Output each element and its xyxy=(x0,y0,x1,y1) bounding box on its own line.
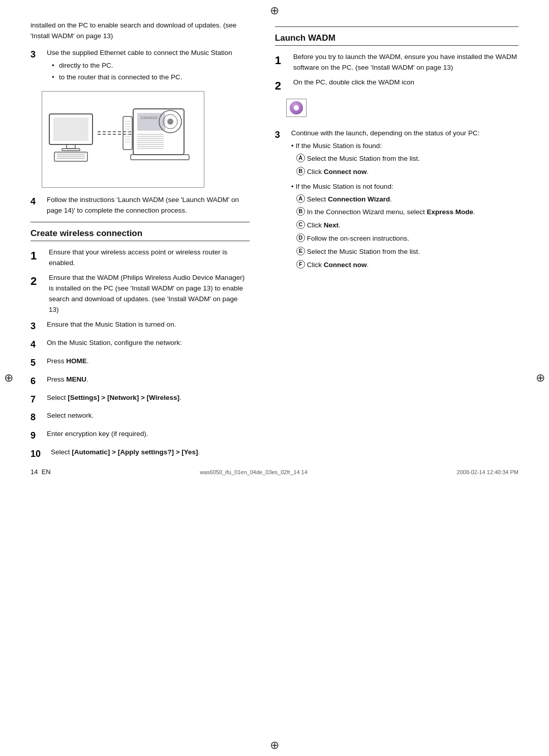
ws6-prefix: Press xyxy=(47,375,66,383)
wireless-step-5: 5 Press HOME. xyxy=(30,356,250,370)
nff-bold: Connect now xyxy=(324,261,367,269)
ws5-content: Press HOME. xyxy=(47,356,250,367)
circle-b-found: B xyxy=(296,167,305,176)
footer-datetime: 2008-02-14 12:40:34 PM xyxy=(456,469,518,475)
wadm-icon-circle xyxy=(290,101,303,114)
nfa-bold: Connection Wizard xyxy=(328,195,390,203)
footer-page-number: 14 EN xyxy=(30,468,51,476)
notfound-item-c: C Click Next. xyxy=(296,220,518,231)
ws9-num: 9 xyxy=(30,429,45,443)
wireless-step-6: 6 Press MENU. xyxy=(30,374,250,389)
reg-mark-bottom: ⊕ xyxy=(270,739,279,752)
wadm-icon-box xyxy=(286,99,307,117)
ws8-num: 8 xyxy=(30,411,45,425)
ws7-bold: [Settings] > [Network] > [Wireless] xyxy=(68,394,179,401)
circle-a-found: A xyxy=(296,154,305,162)
ws7-num: 7 xyxy=(30,393,45,407)
ws5-num: 5 xyxy=(30,356,45,370)
ws4-num: 4 xyxy=(30,338,45,352)
found-item-b: B Click Connect now. xyxy=(296,167,518,178)
svg-rect-2 xyxy=(67,144,75,149)
nfb-suffix: . xyxy=(473,208,475,216)
bullet-router: to the router that is connected to the P… xyxy=(52,72,250,83)
notfound-item-e: E Select the Music Station from the list… xyxy=(296,247,518,257)
ws10-bold: [Automatic] > [Apply settings?] > [Yes] xyxy=(72,448,198,456)
nfb-bold: Express Mode xyxy=(426,208,473,216)
wireless-section-title: Create wireless connection xyxy=(30,228,250,241)
ws6-bold: MENU xyxy=(66,375,86,383)
nff-suffix: . xyxy=(367,261,369,269)
svg-text:CXXXXXX: CXXXXXX xyxy=(141,116,158,120)
ws3-num: 3 xyxy=(30,319,45,334)
notfound-item-f: F Click Connect now. xyxy=(296,260,518,271)
circle-e-notfound: E xyxy=(296,247,305,255)
left-column: installed on the PC to enable search and… xyxy=(30,20,265,466)
step-3-ethernet: 3 Use the supplied Ethernet cable to con… xyxy=(30,48,250,84)
footer-file-info: was6050_ifu_01en_04de_03es_02fr_14 14 xyxy=(200,469,308,475)
wireless-step-9: 9 Enter encryption key (if required). xyxy=(30,429,250,443)
ws6-content: Press MENU. xyxy=(47,374,250,385)
ws2-num: 2 xyxy=(30,273,47,290)
wireless-step-3: 3 Ensure that the Music Station is turne… xyxy=(30,319,250,334)
ws1-num: 1 xyxy=(30,247,47,265)
circle-d-notfound: D xyxy=(296,234,305,242)
notfound-item-b: B In the Connection Wizard menu, select … xyxy=(296,207,518,218)
wireless-step-10: 10 Select [Automatic] > [Apply settings?… xyxy=(30,447,250,461)
found-section: • If the Music Station is found: A Selec… xyxy=(291,141,518,178)
ws5-suffix: . xyxy=(87,357,89,365)
bullet-notfound: • xyxy=(291,182,294,192)
ls3-text: Continue with the launch, depending on t… xyxy=(291,128,518,139)
bullet-directly: directly to the PC. xyxy=(52,61,250,71)
step-4-num: 4 xyxy=(30,195,45,209)
ws5-prefix: Press xyxy=(47,357,66,365)
ws2-text: Ensure that the WADM (Philips Wireless A… xyxy=(49,273,250,315)
found-a-text: Select the Music Station from the list. xyxy=(307,154,518,164)
notfound-b-content: In the Connection Wizard menu, select Ex… xyxy=(307,207,518,218)
svg-point-14 xyxy=(167,119,173,125)
bullet-found: • xyxy=(291,141,294,152)
notfound-section: • If the Music Station is not found: A S… xyxy=(291,182,518,271)
nfc-prefix: Click xyxy=(307,221,324,229)
svg-rect-3 xyxy=(62,149,80,151)
step-4-follow: 4 Follow the instructions 'Launch WADM (… xyxy=(30,195,250,216)
wadm-icon-inner xyxy=(294,105,299,110)
wireless-step-8: 8 Select network. xyxy=(30,411,250,425)
wireless-step-7: 7 Select [Settings] > [Network] > [Wirel… xyxy=(30,393,250,407)
ls3-num: 3 xyxy=(275,128,289,142)
step-3-bullets: directly to the PC. to the router that i… xyxy=(52,61,250,83)
ls1-num: 1 xyxy=(275,52,291,69)
right-column: Launch WADM 1 Before you try to launch t… xyxy=(265,20,518,466)
ws9-text: Enter encryption key (if required). xyxy=(47,429,250,440)
ws6-num: 6 xyxy=(30,374,45,389)
ls1-text: Before you try to launch the WADM, ensur… xyxy=(293,52,518,73)
wireless-step-4: 4 On the Music Station, configure the ne… xyxy=(30,338,250,352)
found-b-content: Click Connect now. xyxy=(307,167,518,178)
found-label: If the Music Station is found: xyxy=(296,141,382,152)
launch-step-1: 1 Before you try to launch the WADM, ens… xyxy=(275,52,518,73)
intro-text: installed on the PC to enable search and… xyxy=(30,20,250,42)
step-3-text: Use the supplied Ethernet cable to conne… xyxy=(47,49,232,56)
svg-rect-4 xyxy=(54,152,87,161)
launch-step-3: 3 Continue with the launch, depending on… xyxy=(275,128,518,273)
ws10-content: Select [Automatic] > [Apply settings?] >… xyxy=(51,447,250,458)
ws7-content: Select [Settings] > [Network] > [Wireles… xyxy=(47,393,250,403)
circle-f-notfound: F xyxy=(296,260,305,269)
found-b-bold: Connect now xyxy=(324,168,367,176)
notfound-label: If the Music Station is not found: xyxy=(296,182,393,192)
found-b-suffix: . xyxy=(367,168,369,176)
ws3-text: Ensure that the Music Station is turned … xyxy=(47,319,250,330)
svg-rect-23 xyxy=(131,155,189,160)
wireless-step-1: 1 Ensure that your wireless access point… xyxy=(30,247,250,269)
nfc-bold: Next xyxy=(324,221,339,229)
ws4-text: On the Music Station, configure the netw… xyxy=(47,338,250,348)
connection-diagram: CXXXXXX xyxy=(42,91,204,188)
ws10-prefix: Select xyxy=(51,448,72,456)
footer: 14 EN was6050_ifu_01en_04de_03es_02fr_14… xyxy=(30,468,518,476)
nfc-suffix: . xyxy=(339,221,341,229)
wireless-divider xyxy=(30,222,250,222)
svg-rect-1 xyxy=(53,118,88,141)
nfa-prefix: Select xyxy=(307,195,328,203)
notfound-e-text: Select the Music Station from the list. xyxy=(307,247,518,257)
circle-c-notfound: C xyxy=(296,220,305,229)
circle-b-notfound: B xyxy=(296,207,305,216)
